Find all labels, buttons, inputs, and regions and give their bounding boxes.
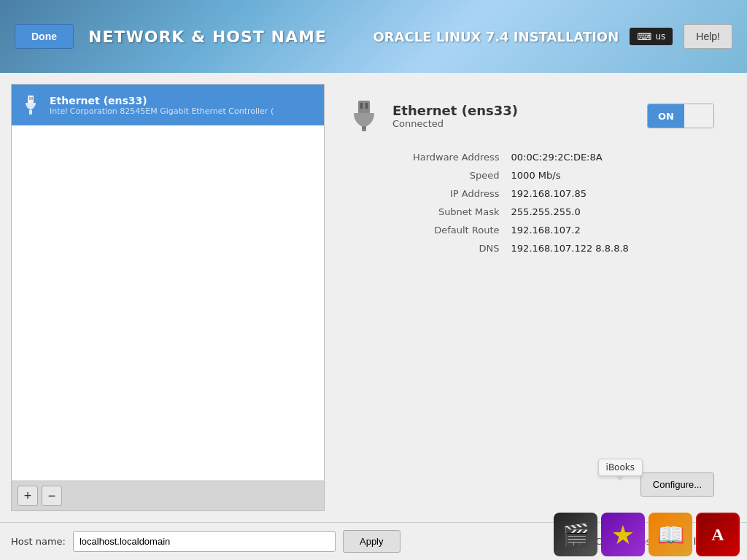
add-network-button[interactable]: +	[18, 486, 38, 506]
info-field-value: 1000 Mb/s	[506, 166, 714, 184]
imovie-icon: ★	[611, 520, 635, 550]
info-field-label: DNS	[347, 239, 506, 257]
ethernet-plug-icon	[347, 98, 382, 133]
dock-icon-acrobat[interactable]: A	[696, 513, 740, 556]
info-field-label: Subnet Mask	[347, 203, 506, 221]
info-field-label: IP Address	[347, 184, 506, 203]
network-item-title: Ethernet (ens33)	[50, 95, 274, 106]
dock: 🎬 ★ 📖 A	[546, 502, 747, 560]
ethernet-toggle[interactable]: ON	[647, 104, 714, 128]
ethernet-name: Ethernet (ens33)	[392, 103, 518, 118]
content-area: Ethernet (ens33) Intel Corporation 82545…	[0, 73, 747, 522]
svg-rect-6	[365, 103, 368, 109]
main-content: Ethernet (ens33) Intel Corporation 82545…	[0, 73, 747, 560]
info-field-label: Hardware Address	[347, 148, 506, 166]
info-table-row: Speed1000 Mb/s	[347, 166, 714, 184]
ibooks-icon: 📖	[657, 522, 684, 548]
network-list-controls: + −	[12, 481, 324, 510]
network-item-subtitle: Intel Corporation 82545EM Gigabit Ethern…	[50, 106, 274, 116]
svg-rect-4	[358, 101, 370, 114]
acrobat-icon: A	[711, 525, 724, 545]
info-field-value: 192.168.107.122 8.8.8.8	[506, 239, 714, 257]
page-title: NETWORK & HOST NAME	[88, 28, 327, 46]
network-item-ens33[interactable]: Ethernet (ens33) Intel Corporation 82545…	[12, 85, 324, 125]
svg-point-8	[362, 126, 366, 129]
ethernet-info-table: Hardware Address00:0C:29:2C:DE:8ASpeed10…	[347, 148, 714, 257]
configure-btn-area: Configure...	[347, 458, 714, 497]
toggle-off-area[interactable]	[684, 104, 713, 128]
network-list-panel: Ethernet (ens33) Intel Corporation 82545…	[11, 84, 325, 511]
info-table-row: Subnet Mask255.255.255.0	[347, 203, 714, 221]
remove-network-button[interactable]: −	[42, 486, 62, 506]
info-field-label: Default Route	[347, 221, 506, 239]
info-field-value: 00:0C:29:2C:DE:8A	[506, 148, 714, 166]
info-table-row: DNS192.168.107.122 8.8.8.8	[347, 239, 714, 257]
done-button[interactable]: Done	[15, 24, 74, 49]
clapper-icon: 🎬	[562, 522, 589, 548]
toggle-on-label[interactable]: ON	[648, 104, 684, 128]
network-list: Ethernet (ens33) Intel Corporation 82545…	[12, 85, 324, 481]
keyboard-icon: ⌨	[637, 31, 651, 42]
ethernet-status: Connected	[392, 118, 518, 129]
installer-title: ORACLE LINUX 7.4 INSTALLATION	[373, 29, 619, 44]
apply-button[interactable]: Apply	[343, 530, 400, 553]
info-field-label: Speed	[347, 166, 506, 184]
keyboard-lang: us	[655, 31, 665, 42]
network-item-info: Ethernet (ens33) Intel Corporation 82545…	[50, 95, 274, 116]
svg-rect-3	[29, 110, 32, 114]
ethernet-name-group: Ethernet (ens33) Connected	[392, 103, 518, 129]
ethernet-details-panel: Ethernet (ens33) Connected ON Hardware A…	[325, 84, 736, 511]
info-table-row: Default Route192.168.107.2	[347, 221, 714, 239]
ethernet-title-group: Ethernet (ens33) Connected	[347, 98, 518, 133]
dock-icon-clapper[interactable]: 🎬	[554, 513, 597, 556]
svg-rect-1	[29, 97, 31, 100]
ibooks-tooltip: iBooks	[598, 459, 643, 476]
info-field-value: 192.168.107.85	[506, 184, 714, 203]
header-right: ORACLE LINUX 7.4 INSTALLATION ⌨ us Help!	[373, 24, 732, 49]
dock-icon-imovie[interactable]: ★	[601, 513, 645, 556]
info-table-row: IP Address192.168.107.85	[347, 184, 714, 203]
svg-rect-5	[360, 103, 363, 109]
configure-button[interactable]: Configure...	[640, 472, 714, 497]
keyboard-indicator[interactable]: ⌨ us	[630, 28, 673, 45]
header-left: Done NETWORK & HOST NAME	[15, 24, 327, 49]
ethernet-header: Ethernet (ens33) Connected ON	[347, 98, 714, 133]
hostname-input[interactable]	[73, 531, 336, 552]
svg-rect-2	[31, 97, 33, 100]
help-button[interactable]: Help!	[684, 24, 732, 49]
info-field-value: 192.168.107.2	[506, 221, 714, 239]
info-field-value: 255.255.255.0	[506, 203, 714, 221]
network-icon	[19, 93, 42, 117]
hostname-label: Host name:	[11, 536, 66, 547]
header: Done NETWORK & HOST NAME ORACLE LINUX 7.…	[0, 0, 747, 73]
info-table-row: Hardware Address00:0C:29:2C:DE:8A	[347, 148, 714, 166]
dock-icon-ibooks[interactable]: 📖	[649, 513, 692, 556]
